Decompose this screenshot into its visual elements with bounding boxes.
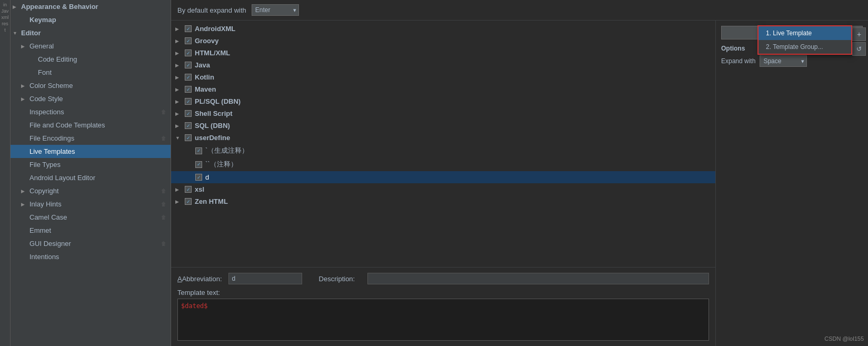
sidebar-item-copyright[interactable]: ▶Copyright🗑 bbox=[11, 184, 171, 197]
chevron-icon: ▶ bbox=[13, 4, 19, 9]
template-label: Zen HTML bbox=[195, 197, 228, 205]
sidebar-item-android-layout[interactable]: Android Layout Editor bbox=[11, 171, 171, 184]
sidebar-item-color-scheme[interactable]: ▶Color Scheme bbox=[11, 79, 171, 92]
trash-icon: 🗑 bbox=[161, 201, 166, 207]
checkbox-icon[interactable] bbox=[185, 98, 192, 105]
sidebar-item-file-types[interactable]: File Types bbox=[11, 158, 171, 171]
add-dropdown-popup: 1. Live Template 2. Template Group... bbox=[757, 25, 852, 55]
checkbox-icon[interactable] bbox=[185, 198, 192, 205]
sidebar-item-editor[interactable]: ▼Editor bbox=[11, 26, 171, 39]
sidebar-label: Emmet bbox=[29, 226, 51, 234]
template-item-child1[interactable]: `（生成注释） bbox=[171, 144, 715, 157]
sidebar-label: Code Style bbox=[29, 95, 63, 103]
template-item-androidxml[interactable]: ▶AndroidXML bbox=[171, 23, 715, 35]
sidebar-item-inlay-hints[interactable]: ▶Inlay Hints🗑 bbox=[11, 197, 171, 211]
template-item-html_xml[interactable]: ▶HTML/XML bbox=[171, 47, 715, 59]
checkbox-icon[interactable] bbox=[185, 110, 192, 117]
undo-button[interactable]: ↺ bbox=[852, 42, 866, 56]
sidebar-item-gui-designer[interactable]: GUI Designer🗑 bbox=[11, 237, 171, 250]
sidebar-item-live-templates[interactable]: Live Templates bbox=[11, 145, 171, 158]
sidebar-label: Inspections bbox=[29, 108, 64, 116]
sidebar-item-code-editing[interactable]: Code Editing bbox=[11, 53, 171, 66]
template-label: `（生成注释） bbox=[205, 146, 248, 155]
chevron-icon: ▶ bbox=[175, 63, 182, 68]
template-item-sql_dbn[interactable]: ▶SQL (DBN) bbox=[171, 120, 715, 132]
sidebar-item-appearance[interactable]: ▶Appearance & Behavior bbox=[11, 0, 171, 13]
template-item-child2[interactable]: ``（注释） bbox=[171, 157, 715, 171]
chevron-icon: ▶ bbox=[175, 123, 182, 128]
checkbox-icon[interactable] bbox=[195, 147, 202, 154]
chevron-icon: ▶ bbox=[175, 51, 182, 56]
sidebar-item-intentions[interactable]: Intentions bbox=[11, 250, 171, 263]
checkbox-icon[interactable] bbox=[185, 134, 192, 141]
template-item-d_item[interactable]: d bbox=[171, 171, 715, 183]
sidebar-item-file-code-templates[interactable]: File and Code Templates bbox=[11, 118, 171, 132]
abbreviation-input[interactable] bbox=[228, 273, 302, 284]
chevron-icon: ▶ bbox=[175, 187, 182, 192]
template-label: Groovy bbox=[195, 37, 219, 45]
left-strip: in Jav xml res t bbox=[0, 0, 11, 346]
checkbox-icon[interactable] bbox=[185, 62, 192, 68]
sidebar-label: Keymap bbox=[29, 16, 56, 24]
expand-default-select[interactable]: Enter Tab Space bbox=[252, 4, 299, 16]
sidebar-label: Intentions bbox=[29, 253, 59, 261]
template-label: Shell Script bbox=[195, 110, 233, 117]
chevron-icon: ▶ bbox=[175, 199, 182, 204]
bottom-panel: AAbbreviation: Description: Template tex… bbox=[171, 267, 715, 346]
checkbox-icon[interactable] bbox=[185, 50, 192, 56]
checkbox-icon[interactable] bbox=[195, 174, 202, 181]
sidebar-item-inspections[interactable]: Inspections🗑 bbox=[11, 105, 171, 118]
checkbox-icon[interactable] bbox=[185, 186, 192, 193]
checkbox-icon[interactable] bbox=[185, 25, 192, 32]
add-button[interactable]: + bbox=[852, 27, 866, 41]
template-item-shell_script[interactable]: ▶Shell Script bbox=[171, 107, 715, 120]
template-label: PL/SQL (DBN) bbox=[195, 97, 241, 105]
sidebar-item-font[interactable]: Font bbox=[11, 66, 171, 79]
checkbox-icon[interactable] bbox=[185, 37, 192, 44]
abbreviation-row: AAbbreviation: Description: bbox=[177, 273, 709, 284]
sidebar-item-general[interactable]: ▶General bbox=[11, 39, 171, 53]
template-item-java[interactable]: ▶Java bbox=[171, 59, 715, 71]
sidebar-item-keymap[interactable]: Keymap bbox=[11, 13, 171, 26]
checkbox-icon[interactable] bbox=[185, 86, 192, 93]
content-area: ▶AndroidXML▶Groovy▶HTML/XML▶Java▶Kotlin▶… bbox=[171, 21, 868, 346]
settings-sidebar: ▶Appearance & BehaviorKeymap▼Editor▶Gene… bbox=[11, 0, 171, 346]
chevron-icon: ▼ bbox=[13, 31, 19, 36]
template-item-maven[interactable]: ▶Maven bbox=[171, 83, 715, 95]
checkbox-icon[interactable] bbox=[185, 74, 192, 81]
expand-with-select-wrapper[interactable]: Space Tab Enter bbox=[760, 55, 807, 67]
watermark: CSDN @lol155 bbox=[824, 335, 864, 342]
chevron-icon: ▶ bbox=[21, 83, 27, 88]
template-item-plsql[interactable]: ▶PL/SQL (DBN) bbox=[171, 95, 715, 107]
sidebar-label: Inlay Hints bbox=[29, 200, 62, 208]
chevron-icon: ▶ bbox=[175, 99, 182, 104]
checkbox-icon[interactable] bbox=[195, 161, 202, 168]
sidebar-label: Copyright bbox=[29, 187, 59, 195]
sidebar-item-code-style[interactable]: ▶Code Style bbox=[11, 92, 171, 105]
left-strip-in: in bbox=[3, 2, 7, 7]
chevron-icon: ▼ bbox=[175, 135, 182, 141]
sidebar-item-camel-case[interactable]: Camel Case🗑 bbox=[11, 211, 171, 224]
chevron-icon: ▶ bbox=[175, 111, 182, 116]
sidebar-label: Appearance & Behavior bbox=[21, 3, 98, 11]
checkbox-icon[interactable] bbox=[185, 122, 192, 129]
sidebar-label: Camel Case bbox=[29, 213, 67, 221]
expand-select-wrapper[interactable]: Enter Tab Space bbox=[252, 4, 299, 16]
template-label: Java bbox=[195, 61, 210, 69]
left-strip-res: res bbox=[2, 21, 8, 26]
chevron-icon: ▶ bbox=[21, 44, 27, 49]
template-item-zen_html[interactable]: ▶Zen HTML bbox=[171, 195, 715, 207]
template-item-userdefine[interactable]: ▼userDefine bbox=[171, 132, 715, 144]
chevron-icon: ▶ bbox=[175, 26, 182, 32]
dropdown-template-group[interactable]: 2. Template Group... bbox=[759, 40, 851, 54]
dropdown-live-template[interactable]: 1. Live Template bbox=[759, 26, 851, 40]
description-input[interactable] bbox=[367, 273, 709, 284]
expand-with-select[interactable]: Space Tab Enter bbox=[760, 55, 807, 67]
sidebar-item-file-encodings[interactable]: File Encodings🗑 bbox=[11, 132, 171, 145]
template-item-groovy[interactable]: ▶Groovy bbox=[171, 35, 715, 47]
sidebar-item-emmet[interactable]: Emmet bbox=[11, 224, 171, 237]
template-text-label: Template text: bbox=[177, 289, 709, 296]
template-item-xsl[interactable]: ▶xsl bbox=[171, 183, 715, 195]
template-label: xsl bbox=[195, 185, 204, 193]
template-item-kotlin[interactable]: ▶Kotlin bbox=[171, 71, 715, 83]
